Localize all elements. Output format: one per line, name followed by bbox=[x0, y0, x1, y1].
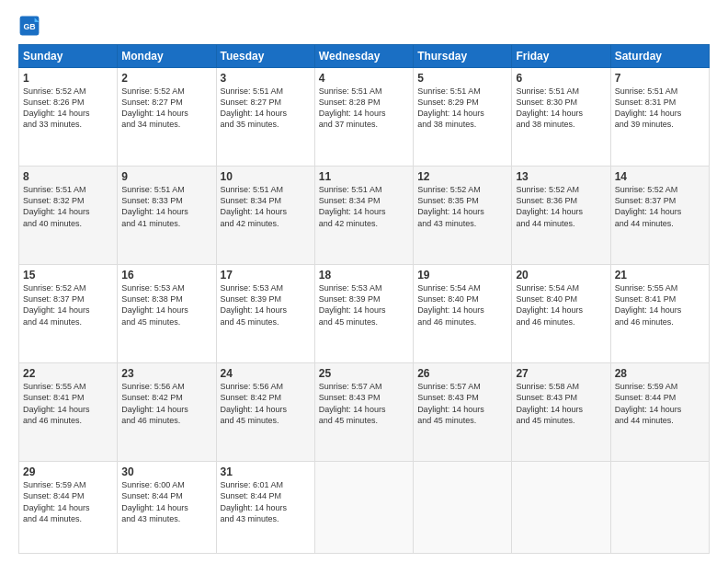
day-number: 16 bbox=[121, 269, 211, 282]
cell-info: Sunrise: 5:59 AMSunset: 8:44 PMDaylight:… bbox=[615, 381, 705, 426]
calendar-cell bbox=[314, 462, 413, 554]
day-number: 10 bbox=[221, 170, 311, 183]
calendar-cell: 29 Sunrise: 5:59 AMSunset: 8:44 PMDaylig… bbox=[19, 462, 118, 554]
calendar-cell: 22 Sunrise: 5:55 AMSunset: 8:41 PMDaylig… bbox=[19, 363, 118, 462]
cell-info: Sunrise: 5:53 AMSunset: 8:39 PMDaylight:… bbox=[319, 282, 409, 327]
calendar-cell: 21 Sunrise: 5:55 AMSunset: 8:41 PMDaylig… bbox=[610, 265, 709, 363]
day-number: 23 bbox=[121, 367, 211, 380]
cell-info: Sunrise: 5:56 AMSunset: 8:42 PMDaylight:… bbox=[121, 381, 211, 426]
calendar-cell: 31 Sunrise: 6:01 AMSunset: 8:44 PMDaylig… bbox=[216, 462, 314, 554]
day-number: 18 bbox=[319, 269, 409, 282]
calendar-cell: 17 Sunrise: 5:53 AMSunset: 8:39 PMDaylig… bbox=[216, 265, 314, 363]
day-number: 29 bbox=[23, 465, 113, 478]
cell-info: Sunrise: 5:53 AMSunset: 8:38 PMDaylight:… bbox=[121, 282, 211, 327]
cell-info: Sunrise: 5:54 AMSunset: 8:40 PMDaylight:… bbox=[417, 282, 507, 327]
cell-info: Sunrise: 5:51 AMSunset: 8:34 PMDaylight:… bbox=[319, 184, 409, 229]
day-number: 20 bbox=[516, 269, 606, 282]
cell-info: Sunrise: 5:55 AMSunset: 8:41 PMDaylight:… bbox=[23, 381, 113, 426]
cell-info: Sunrise: 5:52 AMSunset: 8:37 PMDaylight:… bbox=[615, 184, 705, 229]
day-number: 15 bbox=[23, 269, 113, 282]
calendar-cell: 30 Sunrise: 6:00 AMSunset: 8:44 PMDaylig… bbox=[118, 462, 216, 554]
day-number: 21 bbox=[615, 269, 705, 282]
day-number: 24 bbox=[221, 367, 311, 380]
calendar-cell: 28 Sunrise: 5:59 AMSunset: 8:44 PMDaylig… bbox=[610, 363, 709, 462]
cell-info: Sunrise: 5:59 AMSunset: 8:44 PMDaylight:… bbox=[23, 479, 113, 524]
calendar-cell: 27 Sunrise: 5:58 AMSunset: 8:43 PMDaylig… bbox=[512, 363, 610, 462]
cell-info: Sunrise: 5:51 AMSunset: 8:30 PMDaylight:… bbox=[516, 86, 606, 131]
calendar-week-4: 22 Sunrise: 5:55 AMSunset: 8:41 PMDaylig… bbox=[19, 363, 710, 462]
cell-info: Sunrise: 5:57 AMSunset: 8:43 PMDaylight:… bbox=[417, 381, 507, 426]
day-number: 2 bbox=[121, 72, 211, 85]
calendar-week-2: 8 Sunrise: 5:51 AMSunset: 8:32 PMDayligh… bbox=[19, 167, 710, 265]
calendar-cell: 2 Sunrise: 5:52 AMSunset: 8:27 PMDayligh… bbox=[118, 68, 216, 167]
day-number: 26 bbox=[417, 367, 507, 380]
calendar-cell: 10 Sunrise: 5:51 AMSunset: 8:34 PMDaylig… bbox=[216, 167, 314, 265]
cell-info: Sunrise: 5:57 AMSunset: 8:43 PMDaylight:… bbox=[319, 381, 409, 426]
day-number: 6 bbox=[516, 72, 606, 85]
calendar-cell: 6 Sunrise: 5:51 AMSunset: 8:30 PMDayligh… bbox=[512, 68, 610, 167]
day-number: 22 bbox=[23, 367, 113, 380]
day-number: 4 bbox=[319, 72, 409, 85]
calendar-week-1: 1 Sunrise: 5:52 AMSunset: 8:26 PMDayligh… bbox=[19, 68, 710, 167]
day-number: 14 bbox=[615, 170, 705, 183]
day-number: 12 bbox=[417, 170, 507, 183]
cell-info: Sunrise: 6:00 AMSunset: 8:44 PMDaylight:… bbox=[121, 479, 211, 524]
calendar-header-monday: Monday bbox=[118, 45, 216, 68]
calendar-header-sunday: Sunday bbox=[19, 45, 118, 68]
calendar-header-thursday: Thursday bbox=[414, 45, 512, 68]
calendar-week-5: 29 Sunrise: 5:59 AMSunset: 8:44 PMDaylig… bbox=[19, 462, 710, 554]
page: GB SundayMondayTuesdayWednesdayThursdayF… bbox=[0, 0, 728, 563]
calendar-header-tuesday: Tuesday bbox=[216, 45, 314, 68]
cell-info: Sunrise: 5:52 AMSunset: 8:35 PMDaylight:… bbox=[417, 184, 507, 229]
cell-info: Sunrise: 5:52 AMSunset: 8:27 PMDaylight:… bbox=[121, 86, 211, 131]
calendar-cell: 20 Sunrise: 5:54 AMSunset: 8:40 PMDaylig… bbox=[512, 265, 610, 363]
calendar-cell: 4 Sunrise: 5:51 AMSunset: 8:28 PMDayligh… bbox=[314, 68, 413, 167]
calendar-cell: 11 Sunrise: 5:51 AMSunset: 8:34 PMDaylig… bbox=[314, 167, 413, 265]
header: GB bbox=[18, 15, 710, 37]
calendar-cell: 19 Sunrise: 5:54 AMSunset: 8:40 PMDaylig… bbox=[414, 265, 512, 363]
calendar-cell: 3 Sunrise: 5:51 AMSunset: 8:27 PMDayligh… bbox=[216, 68, 314, 167]
day-number: 27 bbox=[516, 367, 606, 380]
day-number: 7 bbox=[615, 72, 705, 85]
calendar-cell: 14 Sunrise: 5:52 AMSunset: 8:37 PMDaylig… bbox=[610, 167, 709, 265]
calendar-cell: 16 Sunrise: 5:53 AMSunset: 8:38 PMDaylig… bbox=[118, 265, 216, 363]
calendar-week-3: 15 Sunrise: 5:52 AMSunset: 8:37 PMDaylig… bbox=[19, 265, 710, 363]
cell-info: Sunrise: 5:51 AMSunset: 8:29 PMDaylight:… bbox=[417, 86, 507, 131]
calendar-cell: 13 Sunrise: 5:52 AMSunset: 8:36 PMDaylig… bbox=[512, 167, 610, 265]
calendar-header-saturday: Saturday bbox=[610, 45, 709, 68]
cell-info: Sunrise: 5:51 AMSunset: 8:33 PMDaylight:… bbox=[121, 184, 211, 229]
day-number: 30 bbox=[121, 465, 211, 478]
calendar-cell: 1 Sunrise: 5:52 AMSunset: 8:26 PMDayligh… bbox=[19, 68, 118, 167]
cell-info: Sunrise: 5:52 AMSunset: 8:36 PMDaylight:… bbox=[516, 184, 606, 229]
calendar-cell: 25 Sunrise: 5:57 AMSunset: 8:43 PMDaylig… bbox=[314, 363, 413, 462]
calendar-cell: 8 Sunrise: 5:51 AMSunset: 8:32 PMDayligh… bbox=[19, 167, 118, 265]
calendar-cell bbox=[512, 462, 610, 554]
day-number: 28 bbox=[615, 367, 705, 380]
cell-info: Sunrise: 6:01 AMSunset: 8:44 PMDaylight:… bbox=[221, 479, 311, 524]
day-number: 25 bbox=[319, 367, 409, 380]
day-number: 5 bbox=[417, 72, 507, 85]
calendar-header-row: SundayMondayTuesdayWednesdayThursdayFrid… bbox=[19, 45, 710, 68]
day-number: 17 bbox=[221, 269, 311, 282]
cell-info: Sunrise: 5:52 AMSunset: 8:37 PMDaylight:… bbox=[23, 282, 113, 327]
calendar-cell: 23 Sunrise: 5:56 AMSunset: 8:42 PMDaylig… bbox=[118, 363, 216, 462]
day-number: 19 bbox=[417, 269, 507, 282]
calendar-cell: 15 Sunrise: 5:52 AMSunset: 8:37 PMDaylig… bbox=[19, 265, 118, 363]
cell-info: Sunrise: 5:53 AMSunset: 8:39 PMDaylight:… bbox=[221, 282, 311, 327]
cell-info: Sunrise: 5:52 AMSunset: 8:26 PMDaylight:… bbox=[23, 86, 113, 131]
cell-info: Sunrise: 5:56 AMSunset: 8:42 PMDaylight:… bbox=[221, 381, 311, 426]
calendar-header-friday: Friday bbox=[512, 45, 610, 68]
cell-info: Sunrise: 5:51 AMSunset: 8:34 PMDaylight:… bbox=[221, 184, 311, 229]
cell-info: Sunrise: 5:51 AMSunset: 8:31 PMDaylight:… bbox=[615, 86, 705, 131]
cell-info: Sunrise: 5:51 AMSunset: 8:28 PMDaylight:… bbox=[319, 86, 409, 131]
calendar-cell bbox=[414, 462, 512, 554]
day-number: 8 bbox=[23, 170, 113, 183]
calendar-cell: 5 Sunrise: 5:51 AMSunset: 8:29 PMDayligh… bbox=[414, 68, 512, 167]
day-number: 3 bbox=[221, 72, 311, 85]
svg-text:GB: GB bbox=[23, 22, 35, 31]
calendar-cell: 18 Sunrise: 5:53 AMSunset: 8:39 PMDaylig… bbox=[314, 265, 413, 363]
calendar-table: SundayMondayTuesdayWednesdayThursdayFrid… bbox=[18, 44, 710, 554]
cell-info: Sunrise: 5:51 AMSunset: 8:32 PMDaylight:… bbox=[23, 184, 113, 229]
calendar-cell bbox=[610, 462, 709, 554]
day-number: 1 bbox=[23, 72, 113, 85]
